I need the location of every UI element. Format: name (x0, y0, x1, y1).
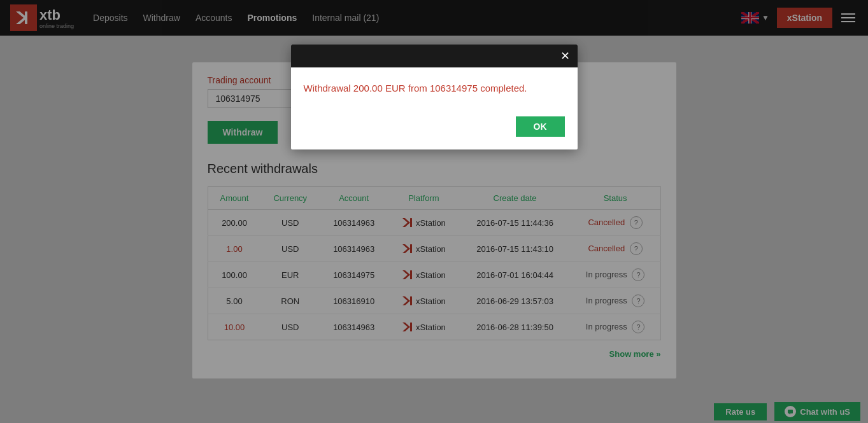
modal: ✕ Withdrawal 200.00 EUR from 106314975 c… (291, 45, 578, 149)
modal-footer: OK (291, 116, 578, 149)
ok-button[interactable]: OK (516, 116, 565, 137)
modal-overlay: ✕ Withdrawal 200.00 EUR from 106314975 c… (0, 0, 868, 423)
modal-message-prefix: Withdrawal 200.00 EUR from (304, 83, 430, 94)
modal-message: Withdrawal 200.00 EUR from 106314975 com… (304, 83, 565, 94)
modal-message-account: 106314975 (430, 83, 478, 94)
modal-body: Withdrawal 200.00 EUR from 106314975 com… (291, 67, 578, 116)
modal-header: ✕ (291, 45, 578, 67)
modal-close-button[interactable]: ✕ (560, 50, 570, 62)
modal-message-suffix: completed. (478, 83, 527, 94)
